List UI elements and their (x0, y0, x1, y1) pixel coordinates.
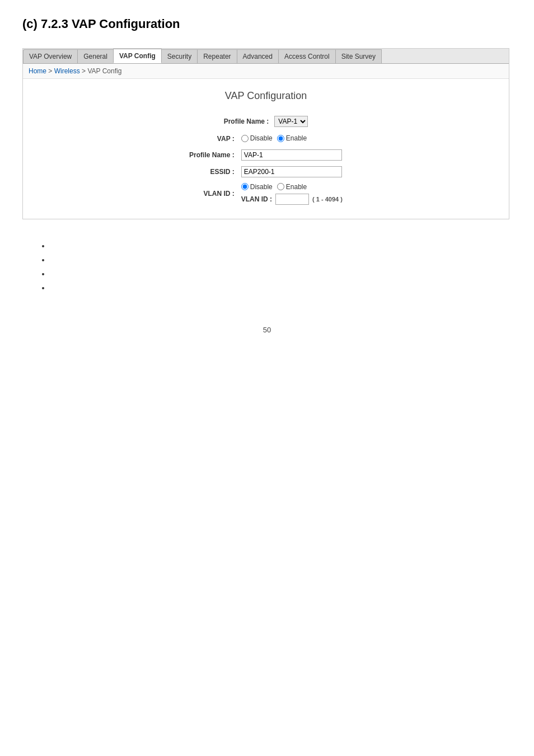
tab-general[interactable]: General (77, 49, 114, 63)
tab-security[interactable]: Security (161, 49, 198, 63)
vlan-id-line: VLAN ID : ( 1 - 4094 ) (241, 194, 343, 205)
vlan-radio-group: Disable Enable (241, 183, 307, 191)
content-area: VAP Configuration Profile Name : VAP-1 V… (23, 79, 509, 219)
essid-input[interactable] (241, 166, 342, 177)
vlan-id-input[interactable] (275, 194, 309, 205)
profile-name-select[interactable]: VAP-1 VAP-2 VAP-3 VAP-4 (274, 116, 308, 127)
breadcrumb-wireless[interactable]: Wireless (54, 67, 80, 75)
tab-site-survey[interactable]: Site Survey (335, 49, 382, 63)
profile-name-field-row: Profile Name : (186, 147, 346, 163)
tab-repeater[interactable]: Repeater (197, 49, 237, 63)
section-title: VAP Configuration (34, 90, 498, 102)
bullet-item-2 (50, 256, 512, 264)
bullet-item-1 (50, 242, 512, 250)
tab-advanced[interactable]: Advanced (237, 49, 279, 63)
vap-field-label: VAP : (186, 132, 238, 147)
vlan-disable-label: Disable (250, 183, 273, 191)
vap-radio-group: Disable Enable (241, 134, 307, 142)
vlan-disable-option[interactable]: Disable (241, 183, 273, 191)
vap-disable-radio[interactable] (241, 135, 249, 142)
vap-enable-label: Enable (286, 134, 307, 142)
breadcrumb: Home > Wireless > VAP Config (23, 64, 509, 79)
tab-access-control[interactable]: Access Control (278, 49, 336, 63)
tab-vap-overview[interactable]: VAP Overview (23, 49, 78, 63)
page-number: 50 (22, 326, 512, 334)
vlan-id-row: VLAN ID : Disable Enable VLAN ID : (186, 180, 346, 208)
breadcrumb-home[interactable]: Home (29, 67, 46, 75)
profile-name-field-label: Profile Name : (186, 147, 238, 163)
vlan-id-field-label: VLAN ID : (241, 195, 272, 203)
profile-name-select-label: Profile Name : (224, 118, 269, 125)
vap-disable-option[interactable]: Disable (241, 134, 273, 142)
vap-enable-radio[interactable] (277, 135, 284, 142)
vap-disable-label: Disable (250, 134, 273, 142)
vlan-id-label: VLAN ID : (186, 180, 238, 208)
bullet-item-3 (50, 270, 512, 278)
profile-name-select-row: Profile Name : VAP-1 VAP-2 VAP-3 VAP-4 (186, 113, 346, 132)
vlan-enable-label: Enable (286, 183, 307, 191)
vlan-enable-radio[interactable] (277, 183, 284, 190)
vlan-enable-option[interactable]: Enable (277, 183, 307, 191)
vap-row: VAP : Disable Enable (186, 132, 346, 147)
main-panel: VAP Overview General VAP Config Security… (22, 48, 509, 219)
vap-enable-option[interactable]: Enable (277, 134, 307, 142)
config-form: Profile Name : VAP-1 VAP-2 VAP-3 VAP-4 V… (186, 113, 346, 208)
bullet-item-4 (50, 284, 512, 292)
tab-vap-config[interactable]: VAP Config (113, 49, 162, 63)
profile-name-input[interactable] (241, 149, 342, 161)
page-title: (c) 7.2.3 VAP Configuration (22, 17, 512, 31)
essid-label: ESSID : (186, 163, 238, 180)
vlan-range-text: ( 1 - 4094 ) (312, 196, 343, 203)
tab-bar: VAP Overview General VAP Config Security… (23, 49, 509, 64)
essid-row: ESSID : (186, 163, 346, 180)
bullet-list (50, 242, 512, 292)
vlan-disable-radio[interactable] (241, 183, 249, 190)
breadcrumb-current: VAP Config (87, 67, 121, 75)
